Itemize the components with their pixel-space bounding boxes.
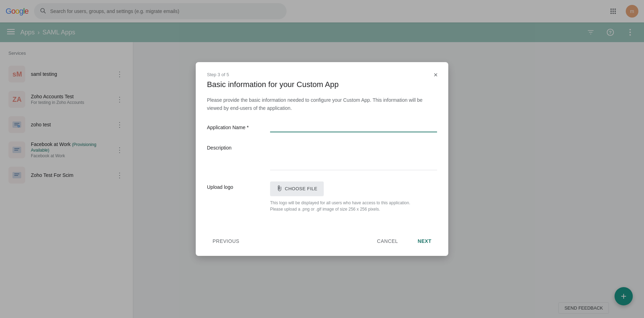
dialog-header: Step 3 of 5 Basic information for your C… bbox=[196, 62, 448, 89]
upload-logo-label: Upload logo bbox=[207, 181, 270, 190]
app-name-label: Application Name * bbox=[207, 122, 270, 130]
close-button[interactable]: × bbox=[430, 69, 441, 80]
dialog: Step 3 of 5 Basic information for your C… bbox=[196, 62, 448, 256]
form-row-upload-logo: Upload logo CHOOSE FILE This logo will b… bbox=[207, 181, 437, 212]
description-field bbox=[270, 142, 437, 172]
dialog-body: Please provide the basic information nee… bbox=[196, 89, 448, 229]
dialog-title: Basic information for your Custom App bbox=[207, 80, 437, 89]
description-label: Description bbox=[207, 142, 270, 151]
dialog-overlay: Step 3 of 5 Basic information for your C… bbox=[0, 0, 644, 318]
form-row-app-name: Application Name * bbox=[207, 122, 437, 132]
paperclip-icon bbox=[276, 185, 282, 193]
upload-logo-field: CHOOSE FILE This logo will be displayed … bbox=[270, 181, 437, 212]
dialog-description: Please provide the basic information nee… bbox=[207, 96, 437, 112]
next-button[interactable]: NEXT bbox=[412, 235, 437, 247]
description-input[interactable] bbox=[270, 142, 437, 170]
footer-left: PREVIOUS bbox=[207, 235, 371, 247]
choose-file-button[interactable]: CHOOSE FILE bbox=[270, 181, 324, 196]
choose-file-label: CHOOSE FILE bbox=[285, 186, 317, 191]
footer-right: CANCEL NEXT bbox=[371, 235, 437, 247]
previous-button[interactable]: PREVIOUS bbox=[207, 235, 245, 247]
dialog-step: Step 3 of 5 bbox=[207, 72, 437, 77]
dialog-footer: PREVIOUS CANCEL NEXT bbox=[196, 229, 448, 256]
cancel-button[interactable]: CANCEL bbox=[371, 235, 404, 247]
app-name-input[interactable] bbox=[270, 122, 437, 132]
app-name-field bbox=[270, 122, 437, 132]
upload-hint: This logo will be displayed for all user… bbox=[270, 200, 437, 212]
form-row-description: Description bbox=[207, 142, 437, 172]
